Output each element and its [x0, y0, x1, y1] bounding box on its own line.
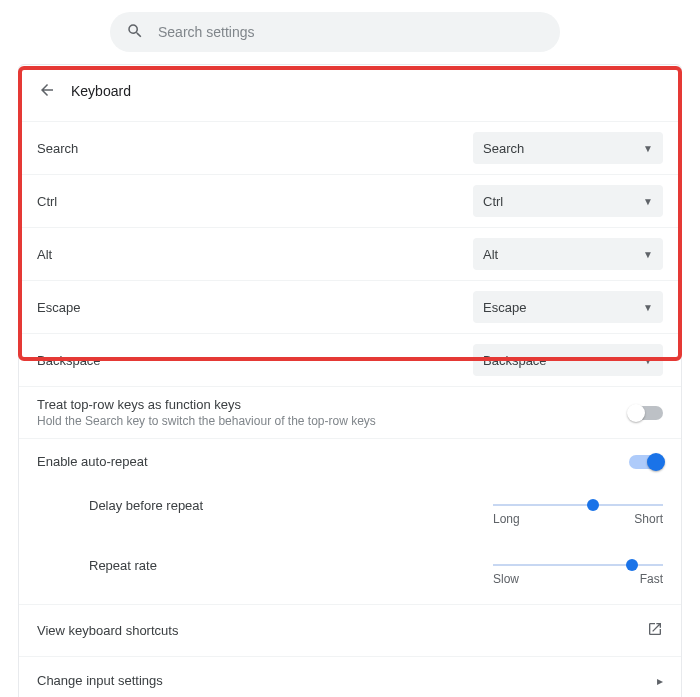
back-button[interactable] — [37, 81, 57, 101]
select-value: Backspace — [483, 353, 547, 368]
delay-left-label: Long — [493, 512, 520, 526]
change-input-label: Change input settings — [37, 673, 163, 688]
toprow-label: Treat top-row keys as function keys — [37, 397, 376, 412]
select-value: Search — [483, 141, 524, 156]
remap-select-ctrl[interactable]: Ctrl ▼ — [473, 185, 663, 217]
toprow-description: Hold the Search key to switch the behavi… — [37, 414, 376, 428]
delay-label: Delay before repeat — [89, 498, 203, 513]
chevron-right-icon: ▸ — [657, 674, 663, 688]
remap-label: Backspace — [37, 353, 101, 368]
delay-right-label: Short — [634, 512, 663, 526]
chevron-down-icon: ▼ — [643, 196, 653, 207]
rate-label: Repeat rate — [89, 558, 157, 573]
chevron-down-icon: ▼ — [643, 143, 653, 154]
remap-select-search[interactable]: Search ▼ — [473, 132, 663, 164]
chevron-down-icon: ▼ — [643, 249, 653, 260]
select-value: Escape — [483, 300, 526, 315]
search-icon — [126, 22, 144, 43]
arrow-left-icon — [38, 81, 56, 102]
toggle-knob — [647, 453, 665, 471]
delay-slider[interactable] — [493, 504, 663, 506]
view-shortcuts-label: View keyboard shortcuts — [37, 623, 178, 638]
external-link-icon — [647, 621, 663, 640]
remap-select-alt[interactable]: Alt ▼ — [473, 238, 663, 270]
remap-label: Escape — [37, 300, 80, 315]
rate-slider[interactable] — [493, 564, 663, 566]
remap-label: Ctrl — [37, 194, 57, 209]
rate-left-label: Slow — [493, 572, 519, 586]
remap-label: Alt — [37, 247, 52, 262]
search-input[interactable] — [158, 24, 544, 40]
select-value: Ctrl — [483, 194, 503, 209]
remap-select-backspace[interactable]: Backspace ▼ — [473, 344, 663, 376]
search-bar[interactable] — [110, 12, 560, 52]
rate-right-label: Fast — [640, 572, 663, 586]
toggle-knob — [627, 404, 645, 422]
toprow-toggle[interactable] — [629, 406, 663, 420]
remap-select-escape[interactable]: Escape ▼ — [473, 291, 663, 323]
slider-knob[interactable] — [587, 499, 599, 511]
view-shortcuts-link[interactable]: View keyboard shortcuts — [19, 604, 681, 656]
chevron-down-icon: ▼ — [643, 302, 653, 313]
slider-knob[interactable] — [626, 559, 638, 571]
remap-label: Search — [37, 141, 78, 156]
autorepeat-toggle[interactable] — [629, 455, 663, 469]
page-title: Keyboard — [71, 83, 131, 99]
chevron-down-icon: ▼ — [643, 355, 653, 366]
change-input-link[interactable]: Change input settings ▸ — [19, 656, 681, 697]
select-value: Alt — [483, 247, 498, 262]
autorepeat-label: Enable auto-repeat — [37, 454, 148, 469]
